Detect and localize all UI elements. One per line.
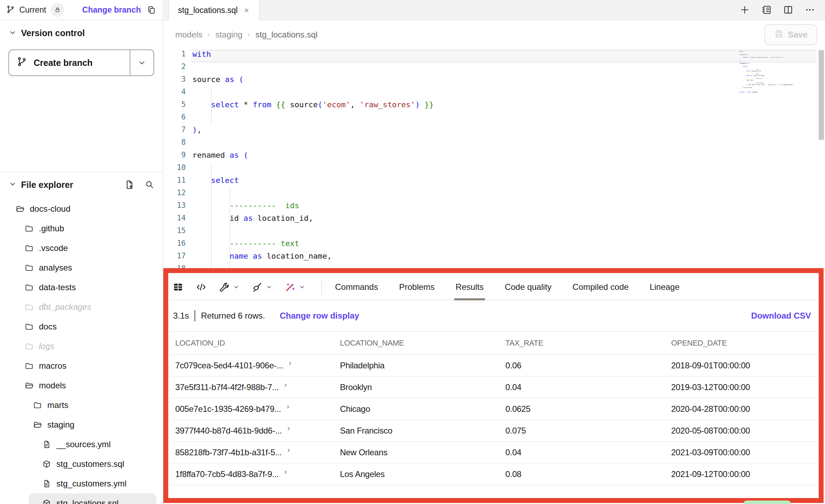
panel-tab-code-quality[interactable]: Code quality — [494, 274, 562, 300]
code-line[interactable]: name as location_name, — [192, 252, 748, 264]
version-control-header[interactable]: Version control — [8, 28, 154, 38]
tree-item-stg-locations-sql[interactable]: stg_locations.sql — [29, 493, 156, 504]
code-line[interactable] — [192, 189, 748, 201]
split-editor-button[interactable] — [783, 5, 793, 15]
create-branch-dropdown[interactable] — [130, 50, 154, 75]
code-line[interactable] — [192, 264, 748, 268]
create-branch-button[interactable]: Create branch — [8, 49, 154, 76]
tree-item-docs-cloud[interactable]: docs-cloud — [8, 199, 163, 219]
expand-cell-icon[interactable] — [285, 404, 291, 410]
code-line[interactable]: renamed as ( — [192, 151, 748, 163]
save-button[interactable]: Save — [764, 24, 817, 45]
line-number: 9 — [164, 151, 186, 163]
tree-item--github[interactable]: .github — [8, 219, 163, 238]
table-row[interactable]: 858218fb-73f7-4b1b-a31f-5...New Orleans0… — [170, 442, 819, 464]
chevron-down-icon — [233, 284, 240, 291]
cell-opened-date: 2020-04-28T00:00:00 — [666, 404, 819, 414]
chevron-right-icon — [287, 361, 293, 366]
wand-tool-button[interactable] — [285, 281, 306, 293]
file-explorer-header[interactable]: File explorer — [8, 179, 154, 190]
code-line[interactable] — [192, 88, 748, 100]
tree-item-staging[interactable]: staging — [8, 415, 163, 435]
table-row[interactable]: 005e7e1c-1935-4269-b479...Chicago0.06252… — [170, 399, 819, 420]
panel-tab-commands[interactable]: Commands — [325, 274, 389, 300]
change-row-display-link[interactable]: Change row display — [280, 311, 359, 321]
more-options-button[interactable] — [805, 5, 815, 15]
tree-item-stg-customers-sql[interactable]: stg_customers.sql — [8, 454, 163, 474]
folder-open-icon — [15, 204, 25, 213]
tree-item-macros[interactable]: macros — [8, 356, 163, 376]
cell-location-id: 7c079cea-5ed4-4101-906e-... — [175, 361, 283, 370]
tree-item-dbt-packages[interactable]: dbt_packages — [8, 297, 163, 317]
code-editor[interactable]: 1234567891011121314151617181920212223242… — [164, 49, 825, 268]
breadcrumb: modelsstagingstg_locations.sql — [175, 30, 318, 40]
panel-tab-lineage[interactable]: Lineage — [639, 274, 690, 300]
expand-cell-icon[interactable] — [283, 382, 288, 388]
code-line[interactable]: with — [192, 50, 748, 62]
expand-cell-icon[interactable] — [286, 426, 292, 431]
tab-stg-locations-sql[interactable]: stg_locations.sql — [168, 0, 260, 20]
table-grid-tool-button[interactable] — [172, 281, 184, 293]
new-tab-button[interactable] — [739, 5, 750, 15]
copy-icon[interactable] — [146, 5, 156, 15]
minimap[interactable]: withsource as ( select * from {{ source(… — [739, 50, 810, 93]
cell-location-id: 858218fb-73f7-4b1b-a31f-5... — [175, 448, 282, 457]
change-branch-link[interactable]: Change branch — [82, 5, 141, 15]
create-branch-main[interactable]: Create branch — [9, 50, 130, 75]
tree-item-models[interactable]: models — [8, 376, 163, 395]
line-number: 8 — [164, 138, 186, 151]
code-tool-button[interactable] — [196, 281, 207, 293]
search-icon[interactable] — [144, 179, 154, 190]
code-line[interactable]: ), — [192, 125, 748, 138]
close-tab-icon[interactable] — [243, 7, 250, 14]
panel-tab-problems[interactable]: Problems — [389, 274, 445, 300]
tree-item-docs[interactable]: docs — [8, 317, 163, 336]
code-line[interactable]: select * from {{ source('ecom', 'raw_sto… — [192, 100, 748, 113]
wrench-tool-button[interactable] — [219, 281, 240, 293]
table-row[interactable]: 1f8ffa70-7cb5-4d83-8a7f-9...Los Angeles0… — [170, 464, 819, 485]
editor-scrollbar[interactable] — [819, 50, 824, 140]
expand-cell-icon[interactable] — [286, 448, 292, 453]
new-file-icon[interactable] — [124, 179, 135, 190]
broom-tool-button[interactable] — [252, 281, 273, 293]
download-csv-link[interactable]: Download CSV — [751, 311, 811, 321]
code-line[interactable]: source as ( — [192, 75, 748, 88]
code-line[interactable]: select — [192, 176, 748, 189]
tree-item-label: macros — [39, 361, 67, 371]
tree-item-analyses[interactable]: analyses — [8, 258, 163, 278]
tree-item-stg-customers-yml[interactable]: stg_customers.yml — [8, 474, 163, 493]
breadcrumb-item-models: models — [175, 30, 202, 40]
line-number: 6 — [164, 113, 186, 125]
table-row[interactable]: 37e5f311-b7f4-4f2f-988b-7...Brooklyn0.04… — [170, 377, 819, 399]
code-line[interactable] — [192, 113, 748, 125]
tree-item--vscode[interactable]: .vscode — [8, 238, 163, 258]
panel-tab-compiled-code[interactable]: Compiled code — [562, 274, 639, 300]
expand-cell-icon[interactable] — [283, 469, 288, 475]
chevron-right-icon — [286, 448, 292, 453]
tree-item-logs[interactable]: logs — [8, 336, 163, 356]
code-line[interactable] — [192, 138, 748, 151]
code-line[interactable]: ---------- text — [192, 239, 748, 252]
code-line[interactable] — [192, 163, 748, 176]
panel-tab-results[interactable]: Results — [445, 274, 494, 300]
folder-icon — [25, 342, 34, 351]
chevron-down-icon — [266, 284, 273, 291]
code-line[interactable] — [192, 62, 748, 75]
table-row[interactable]: 3977f440-b87d-461b-9dd6-...San Francisco… — [170, 420, 819, 442]
expand-cell-icon[interactable] — [287, 361, 293, 366]
tree-item-data-tests[interactable]: data-tests — [8, 278, 163, 297]
code-line[interactable] — [192, 226, 748, 239]
table-row[interactable]: 7c079cea-5ed4-4101-906e-...Philadelphia0… — [170, 355, 819, 377]
code-line[interactable]: ---------- ids — [192, 201, 748, 214]
tree-item-label: stg_customers.sql — [56, 459, 124, 469]
chevron-right-icon — [206, 32, 212, 38]
folder-open-icon — [25, 381, 34, 390]
file-icon — [42, 479, 51, 488]
column-header-location-id: LOCATION_ID — [170, 339, 334, 348]
notebook-button[interactable] — [761, 5, 772, 15]
line-number: 16 — [164, 239, 186, 252]
code-line[interactable]: id as location_id, — [192, 214, 748, 226]
tree-item--sources-yml[interactable]: __sources.yml — [8, 435, 163, 454]
tree-item-marts[interactable]: marts — [8, 395, 163, 415]
tree-item-label: stg_customers.yml — [56, 479, 127, 489]
